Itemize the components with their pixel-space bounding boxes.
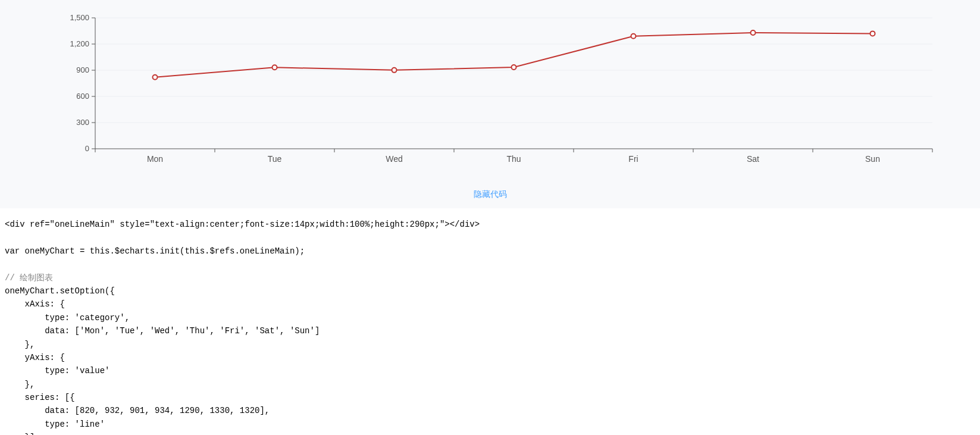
code-line: type: 'line' [5, 420, 105, 429]
svg-point-36 [392, 68, 397, 73]
svg-text:300: 300 [76, 118, 89, 127]
svg-point-35 [273, 65, 277, 70]
hide-code-link[interactable]: 隐藏代码 [474, 189, 507, 199]
svg-text:Thu: Thu [506, 154, 521, 164]
code-line: var oneMyChart = this.$echarts.init(this… [5, 246, 305, 256]
svg-text:Mon: Mon [147, 154, 163, 164]
svg-point-37 [512, 65, 516, 70]
code-line: oneMyChart.setOption({ [5, 286, 115, 296]
code-line: series: [{ [5, 393, 75, 402]
svg-point-39 [751, 30, 756, 35]
svg-text:0: 0 [85, 144, 89, 153]
svg-text:Wed: Wed [386, 154, 403, 164]
code-line: data: ['Mon', 'Tue', 'Wed', 'Thu', 'Fri'… [5, 326, 320, 336]
code-line: data: [820, 932, 901, 934, 1290, 1330, 1… [5, 406, 270, 415]
svg-text:Sun: Sun [865, 154, 880, 164]
svg-point-34 [153, 75, 158, 80]
svg-text:Sat: Sat [747, 154, 759, 164]
toggle-row: 隐藏代码 [0, 179, 980, 208]
svg-text:900: 900 [76, 65, 89, 74]
code-line: <div ref="oneLineMain" style="text-align… [5, 220, 480, 229]
code-line: xAxis: { [5, 299, 65, 309]
svg-point-38 [631, 34, 636, 39]
code-line: }] [5, 433, 35, 435]
svg-text:Tue: Tue [268, 154, 282, 164]
code-line: type: 'value' [5, 366, 109, 375]
svg-text:1,500: 1,500 [70, 13, 89, 22]
svg-text:Fri: Fri [628, 154, 638, 164]
code-line: type: 'category', [5, 313, 130, 323]
line-chart[interactable]: 03006009001,2001,500MonTueWedThuFriSatSu… [36, 12, 944, 167]
chart-panel: 03006009001,2001,500MonTueWedThuFriSatSu… [0, 0, 980, 179]
chart-svg: 03006009001,2001,500MonTueWedThuFriSatSu… [36, 12, 944, 167]
svg-point-40 [871, 31, 875, 36]
code-block: <div ref="oneLineMain" style="text-align… [0, 208, 980, 435]
code-line: }, [5, 380, 35, 389]
svg-text:600: 600 [76, 92, 89, 101]
svg-text:1,200: 1,200 [70, 39, 89, 48]
code-comment: // 绘制图表 [5, 273, 53, 283]
code-line: }, [5, 340, 35, 349]
code-line: yAxis: { [5, 353, 65, 362]
